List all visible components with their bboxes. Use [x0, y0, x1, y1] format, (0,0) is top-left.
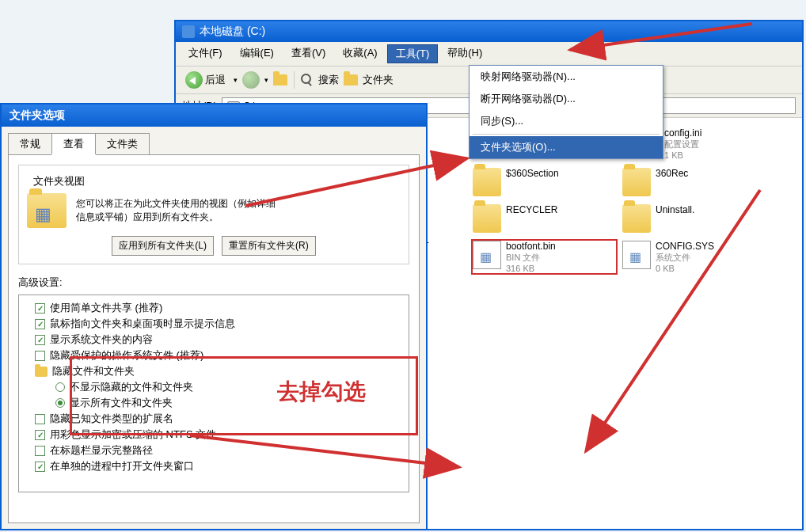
separator	[294, 71, 295, 89]
folder-view-icon	[27, 193, 67, 228]
search-icon	[301, 74, 314, 86]
reset-all-button[interactable]: 重置所有文件夹(R)	[222, 236, 316, 256]
bin-icon	[473, 241, 501, 269]
folder-icon	[473, 204, 501, 233]
checkbox-icon[interactable]	[35, 462, 45, 472]
menu-folder-options[interactable]: 文件夹选项(O)...	[470, 136, 663, 158]
menu-map-drive[interactable]: 映射网络驱动器(N)...	[470, 66, 663, 88]
tree-item[interactable]: 在标题栏显示完整路径	[24, 443, 404, 458]
radio-icon[interactable]	[55, 382, 65, 392]
folder-view-fieldset: 文件夹视图 您可以将正在为此文件夹使用的视图（例如详细 信息或平铺）应用到所有文…	[18, 165, 409, 264]
folder-view-desc: 您可以将正在为此文件夹使用的视图（例如详细 信息或平铺）应用到所有文件夹。	[76, 197, 401, 224]
menu-help[interactable]: 帮助(H)	[439, 44, 490, 63]
menubar: 文件(F) 编辑(E) 查看(V) 收藏(A) 工具(T) 帮助(H)	[176, 42, 802, 66]
tree-item[interactable]: 使用简单文件共享 (推荐)	[24, 300, 404, 316]
folder-options-dialog: 文件夹选项 常规 查看 文件类 文件夹视图 您可以将正在为此文件夹使用的视图（例…	[0, 103, 428, 530]
back-button[interactable]: 后退	[182, 70, 229, 90]
tree-item-hide-protected[interactable]: 隐藏受保护的操作系统文件 (推荐)	[24, 348, 404, 363]
tab-strip: 常规 查看 文件类	[2, 127, 426, 154]
checkbox-icon[interactable]	[35, 414, 45, 424]
checkbox-icon[interactable]	[35, 303, 45, 314]
file-item-highlighted[interactable]: bootfont.binBIN 文件316 KB	[471, 239, 618, 275]
file-item[interactable]: $360Section	[471, 166, 618, 198]
folders-icon	[344, 74, 358, 86]
tab-filetype[interactable]: 文件类	[95, 133, 150, 154]
checkbox-icon[interactable]	[35, 430, 45, 440]
menu-sync[interactable]: 同步(S)...	[470, 110, 663, 132]
back-arrow-icon	[185, 71, 203, 89]
folder-icon	[35, 367, 48, 377]
checkbox-icon[interactable]	[35, 351, 45, 361]
tab-view[interactable]: 查看	[51, 133, 96, 154]
explorer-titlebar[interactable]: 本地磁盘 (C:)	[176, 21, 802, 42]
folder-icon	[473, 168, 501, 196]
folders-button[interactable]: 文件夹	[363, 73, 393, 87]
file-item[interactable]: Uninstall.	[621, 203, 767, 234]
apply-all-button[interactable]: 应用到所有文件夹(L)	[112, 236, 214, 256]
menu-view[interactable]: 查看(V)	[283, 44, 333, 63]
file-item[interactable]: 360Rec	[621, 166, 767, 198]
forward-button[interactable]	[242, 71, 260, 89]
folder-icon	[622, 168, 651, 196]
menu-tools[interactable]: 工具(T)	[387, 44, 439, 63]
drive-icon	[182, 25, 195, 38]
radio-icon[interactable]	[55, 398, 65, 408]
search-button[interactable]: 搜索	[318, 73, 339, 87]
tools-dropdown-menu: 映射网络驱动器(N)... 断开网络驱动器(D)... 同步(S)... 文件夹…	[469, 65, 663, 159]
file-item[interactable]: RECYCLER	[471, 203, 618, 234]
tree-item[interactable]: 用彩色显示加密或压缩的 NTFS 文件	[24, 427, 404, 443]
menu-favorites[interactable]: 收藏(A)	[335, 44, 385, 63]
checkbox-icon[interactable]	[35, 446, 45, 456]
checkbox-icon[interactable]	[35, 319, 45, 329]
menu-edit[interactable]: 编辑(E)	[232, 44, 282, 63]
file-item[interactable]: CONFIG.SYS系统文件0 KB	[621, 239, 767, 275]
forward-dropdown[interactable]: ▾	[264, 76, 268, 84]
annotation-text: 去掉勾选	[277, 377, 366, 407]
sys-icon	[622, 241, 651, 269]
menu-divider	[473, 134, 660, 135]
tree-item[interactable]: 鼠标指向文件夹和桌面项时显示提示信息	[24, 316, 404, 332]
tree-item[interactable]: 在单独的进程中打开文件夹窗口	[24, 458, 404, 474]
tab-panel: 文件夹视图 您可以将正在为此文件夹使用的视图（例如详细 信息或平铺）应用到所有文…	[8, 154, 420, 523]
up-folder-icon[interactable]	[273, 74, 287, 86]
menu-disconnect-drive[interactable]: 断开网络驱动器(D)...	[470, 88, 663, 110]
folder-icon	[622, 204, 651, 233]
tree-item[interactable]: 显示系统文件夹的内容	[24, 332, 404, 348]
tab-general[interactable]: 常规	[8, 133, 52, 154]
dialog-titlebar[interactable]: 文件夹选项	[2, 104, 426, 127]
menu-file[interactable]: 文件(F)	[181, 44, 230, 63]
advanced-label: 高级设置:	[18, 276, 409, 290]
window-title: 本地磁盘 (C:)	[200, 25, 265, 39]
checkbox-icon[interactable]	[35, 335, 45, 345]
fieldset-legend: 文件夹视图	[30, 174, 88, 188]
back-dropdown[interactable]: ▾	[234, 76, 238, 84]
tree-item[interactable]: 隐藏已知文件类型的扩展名	[24, 411, 404, 427]
